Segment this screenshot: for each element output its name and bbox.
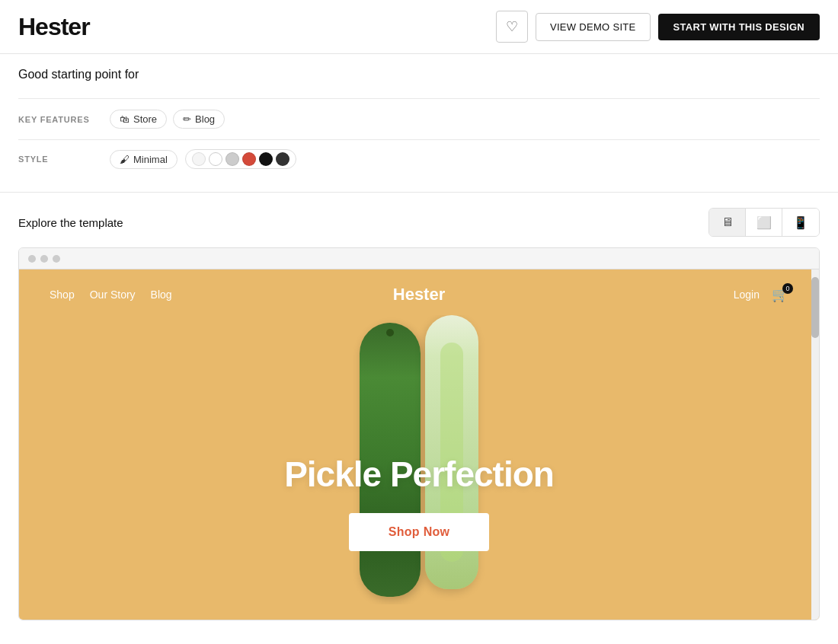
color-swatch-5[interactable] [259, 152, 273, 166]
favorite-button[interactable]: ♡ [496, 11, 528, 43]
browser-bar [19, 248, 819, 269]
style-icon: 🖌 [120, 154, 130, 165]
feature-blog: ✏ Blog [173, 110, 225, 129]
top-header: Hester ♡ VIEW DEMO SITE START WITH THIS … [0, 0, 838, 54]
start-design-button[interactable]: START WITH THIS DESIGN [658, 14, 820, 40]
color-swatch-6[interactable] [276, 152, 289, 166]
mobile-icon: 📱 [793, 215, 808, 230]
tablet-icon: ⬜ [756, 215, 772, 230]
page-title: Hester [18, 13, 90, 41]
scrollbar-track[interactable] [811, 269, 819, 620]
feature-store-label: Store [133, 113, 157, 125]
color-swatch-4[interactable] [242, 152, 256, 166]
browser-dot-green [53, 255, 60, 263]
heart-icon: ♡ [506, 18, 518, 35]
browser-dot-yellow [40, 255, 48, 263]
features-list: 🛍 Store ✏ Blog [110, 110, 225, 129]
template-nav: Shop Our Story Blog Hester Login 🛒 0 [19, 269, 819, 320]
style-tag: 🖌 Minimal [110, 150, 178, 169]
desktop-device-button[interactable]: 🖥 [709, 209, 746, 236]
color-swatches [185, 149, 296, 169]
style-label: STYLE [18, 155, 110, 164]
tablet-device-button[interactable]: ⬜ [746, 209, 782, 236]
cart-count: 0 [782, 283, 793, 294]
style-row: STYLE 🖌 Minimal [18, 139, 820, 178]
color-swatch-1[interactable] [192, 152, 206, 166]
feature-store: 🛍 Store [110, 110, 167, 129]
desktop-icon: 🖥 [721, 215, 734, 229]
color-swatch-2[interactable] [209, 152, 222, 166]
template-nav-ourstory[interactable]: Our Story [90, 289, 136, 301]
device-toggle: 🖥 ⬜ 📱 [708, 208, 820, 237]
template-nav-right: Login 🛒 0 [734, 286, 788, 303]
preview-container: Shop Our Story Blog Hester Login 🛒 0 Pic… [18, 247, 820, 620]
template-nav-left: Shop Our Story Blog [50, 289, 172, 301]
template-nav-blog[interactable]: Blog [151, 289, 172, 301]
store-icon: 🛍 [120, 113, 130, 125]
explore-title: Explore the template [18, 216, 123, 229]
explore-header: Explore the template 🖥 ⬜ 📱 [0, 193, 838, 247]
view-demo-button[interactable]: VIEW DEMO SITE [536, 13, 651, 41]
template-nav-shop[interactable]: Shop [50, 289, 75, 301]
template-brand: Hester [393, 285, 445, 304]
hero-headline: Pickle Perfection [19, 454, 819, 495]
good-for-label: Good starting point for [18, 68, 820, 81]
meta-section: Good starting point for KEY FEATURES 🛍 S… [0, 54, 838, 193]
shop-now-button[interactable]: Shop Now [349, 513, 490, 551]
key-features-row: KEY FEATURES 🛍 Store ✏ Blog [18, 98, 820, 139]
blog-icon: ✏ [183, 113, 191, 125]
color-swatch-3[interactable] [225, 152, 239, 166]
header-actions: ♡ VIEW DEMO SITE START WITH THIS DESIGN [496, 11, 820, 43]
key-features-label: KEY FEATURES [18, 115, 110, 124]
mobile-device-button[interactable]: 📱 [782, 209, 819, 236]
hero-text: Pickle Perfection Shop Now [19, 454, 819, 551]
style-tag-label: Minimal [133, 154, 168, 165]
template-cart[interactable]: 🛒 0 [772, 286, 788, 303]
feature-blog-label: Blog [195, 113, 215, 125]
browser-dot-red [28, 255, 36, 263]
template-preview: Shop Our Story Blog Hester Login 🛒 0 Pic… [19, 269, 819, 620]
template-login[interactable]: Login [734, 289, 760, 301]
